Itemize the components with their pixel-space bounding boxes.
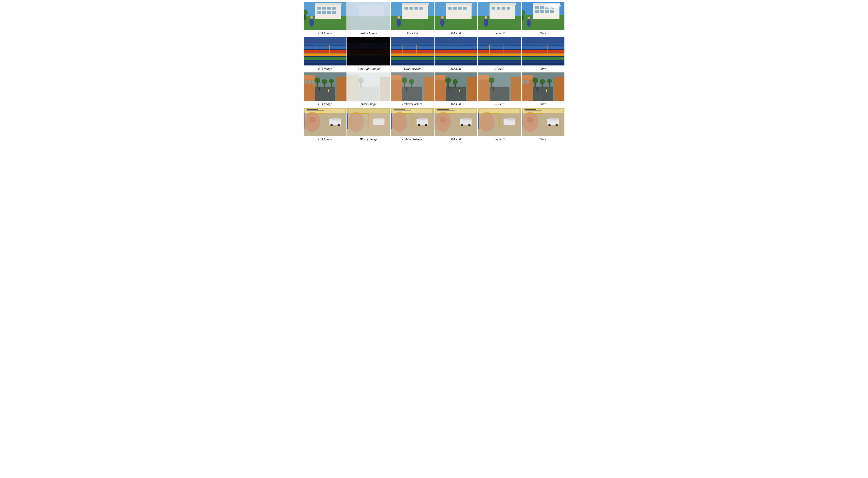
- svg-rect-128: [478, 57, 521, 60]
- svg-rect-96: [304, 37, 346, 43]
- cell-haze-hq: HQ Image: [304, 72, 346, 107]
- label-rain-hq: HQ Image: [318, 30, 332, 36]
- svg-rect-66: [497, 7, 500, 10]
- label-haze-ours: Ours: [539, 101, 547, 107]
- svg-point-154: [329, 79, 334, 83]
- image-ll-hq: [304, 37, 346, 65]
- svg-point-88: [551, 3, 561, 8]
- image-haze-ours: [522, 72, 564, 101]
- cell-rain-ours: Ours: [522, 2, 564, 36]
- svg-rect-3: [315, 3, 341, 5]
- svg-rect-108: [391, 50, 434, 53]
- svg-rect-216: [546, 89, 547, 92]
- svg-rect-206: [526, 80, 529, 84]
- label-ll-input: Low-light Image: [357, 66, 380, 71]
- label-blur-maxim: MAXIM: [450, 136, 461, 142]
- svg-rect-56: [453, 7, 457, 10]
- cell-ll-irsde: IR-SDE: [478, 37, 521, 71]
- label-rain-ours: Ours: [539, 30, 547, 36]
- svg-rect-76: [540, 6, 544, 9]
- label-ll-maxim: MAXIM: [450, 66, 461, 71]
- svg-rect-117: [435, 50, 477, 53]
- svg-rect-278: [524, 110, 536, 110]
- svg-rect-43: [409, 7, 413, 10]
- svg-point-250: [425, 124, 427, 126]
- svg-rect-80: [540, 10, 544, 13]
- svg-point-150: [314, 77, 320, 83]
- image-rain-ours: [522, 2, 564, 30]
- svg-rect-262: [462, 118, 471, 120]
- svg-rect-10: [327, 11, 331, 14]
- image-ll-uretinex: [391, 37, 434, 65]
- svg-rect-266: [435, 113, 435, 129]
- svg-rect-179: [446, 87, 466, 101]
- svg-rect-130: [478, 37, 521, 43]
- svg-rect-111: [391, 61, 434, 63]
- svg-rect-67: [501, 7, 505, 10]
- svg-rect-119: [435, 57, 477, 60]
- cell-ll-uretinex: URetinexNet: [391, 37, 434, 71]
- svg-rect-157: [328, 89, 329, 92]
- label-rain-maxim: MAXIM: [450, 30, 461, 36]
- svg-rect-244: [394, 110, 405, 110]
- svg-rect-228: [332, 118, 340, 120]
- svg-rect-64: [489, 3, 516, 5]
- image-rain-input: [347, 2, 390, 30]
- image-rain-irsde: [478, 2, 521, 30]
- svg-rect-248: [419, 118, 427, 120]
- label-rain-irsde: IR-SDE: [494, 30, 505, 36]
- cell-ll-input: Low-light Image: [347, 37, 390, 71]
- svg-point-249: [417, 124, 420, 126]
- svg-rect-274: [478, 113, 479, 129]
- svg-rect-5: [322, 7, 326, 10]
- svg-rect-54: [446, 3, 472, 5]
- label-haze-hq: HQ Image: [318, 101, 332, 107]
- svg-rect-95: [304, 61, 346, 63]
- svg-rect-240: [347, 113, 348, 129]
- svg-point-156: [318, 87, 320, 88]
- svg-rect-106: [391, 43, 434, 46]
- label-ll-uretinex: URetinexNet: [403, 66, 421, 71]
- svg-point-60: [441, 16, 444, 19]
- svg-rect-137: [522, 57, 564, 60]
- label-blur-ours: Ours: [539, 136, 547, 142]
- svg-rect-139: [522, 37, 564, 43]
- image-haze-maxim: [435, 72, 477, 101]
- svg-point-13: [310, 16, 313, 19]
- svg-rect-81: [545, 10, 549, 13]
- svg-rect-279: [524, 111, 541, 111]
- svg-point-186: [453, 79, 458, 84]
- svg-rect-94: [304, 57, 346, 60]
- svg-point-83: [527, 19, 531, 27]
- label-rain-input: Rainy Image: [360, 30, 377, 36]
- svg-rect-272: [506, 118, 515, 120]
- image-rain-maxim: [435, 2, 477, 30]
- label-ll-ours: Ours: [539, 66, 547, 71]
- svg-rect-55: [448, 7, 452, 10]
- svg-rect-90: [304, 43, 346, 46]
- svg-point-70: [485, 16, 487, 19]
- svg-rect-223: [306, 111, 323, 111]
- svg-rect-82: [550, 10, 554, 13]
- svg-point-12: [309, 18, 313, 27]
- cell-blur-deblurgan: DeblurGAN-v2: [391, 108, 434, 142]
- svg-rect-147: [311, 80, 314, 84]
- cell-haze-input: Hazy Image: [347, 72, 390, 107]
- image-haze-irsde: [478, 72, 521, 101]
- svg-rect-256: [437, 110, 448, 110]
- svg-point-46: [397, 18, 401, 27]
- svg-point-158: [328, 88, 329, 89]
- svg-rect-9: [322, 11, 326, 14]
- svg-point-282: [527, 117, 534, 123]
- cell-ll-maxim: MAXIM: [435, 37, 477, 71]
- svg-rect-45: [420, 7, 423, 10]
- label-haze-irsde: IR-SDE: [494, 101, 505, 107]
- image-blur-ours: [522, 108, 564, 136]
- cell-blur-hq: HQ Image: [304, 108, 346, 142]
- image-rain-mprnet: [391, 2, 434, 30]
- cell-rain-irsde: IR-SDE: [478, 2, 521, 36]
- cell-haze-irsde: IR-SDE: [478, 72, 521, 107]
- image-ll-maxim: [435, 37, 477, 65]
- svg-rect-101: [347, 46, 390, 49]
- svg-point-285: [548, 124, 550, 126]
